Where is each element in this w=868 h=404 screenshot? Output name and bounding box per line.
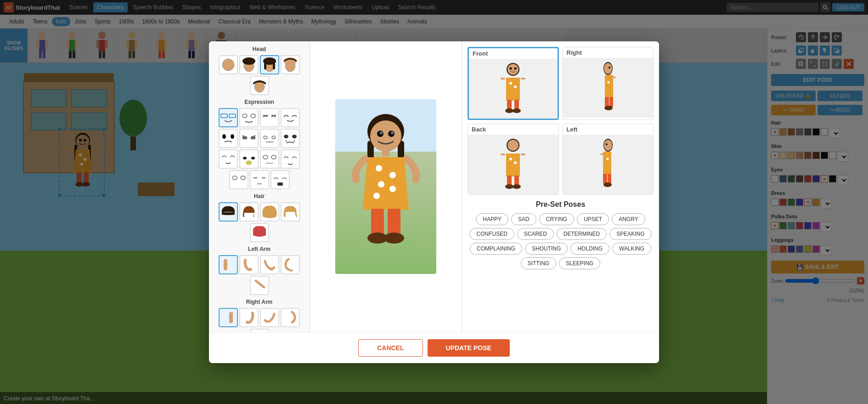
pose-view-right-img <box>563 58 654 118</box>
svg-rect-121 <box>224 259 227 270</box>
svg-rect-99 <box>242 137 247 139</box>
svg-rect-122 <box>229 312 233 323</box>
pose-sad[interactable]: SAD <box>511 213 536 225</box>
svg-rect-191 <box>600 154 604 155</box>
pose-speaking[interactable]: SPEAKING <box>609 228 651 240</box>
larm-opt-4[interactable] <box>281 255 300 274</box>
larm-opt-2[interactable] <box>239 255 259 274</box>
svg-point-152 <box>384 233 404 244</box>
pose-view-right[interactable]: Right <box>563 47 654 120</box>
expr-opt-5[interactable] <box>219 129 238 148</box>
head-opt-3[interactable] <box>260 55 279 74</box>
pose-determined[interactable]: DETERMINED <box>557 228 607 240</box>
larm-opt-3[interactable] <box>260 255 279 274</box>
pose-angry[interactable]: ANGRY <box>612 213 645 225</box>
pose-happy[interactable]: HAPPY <box>476 213 508 225</box>
rarm-opt-1[interactable] <box>219 308 238 327</box>
expr-opt-2[interactable] <box>239 108 259 127</box>
preview-character-svg <box>340 108 432 274</box>
svg-point-170 <box>607 81 609 83</box>
hair-opt-2[interactable] <box>239 202 259 222</box>
expr-opt-1[interactable] <box>219 108 238 127</box>
svg-point-112 <box>271 155 276 159</box>
svg-rect-100 <box>251 137 255 139</box>
svg-point-114 <box>232 176 237 180</box>
expr-opt-10[interactable] <box>239 149 259 169</box>
head-opt-5[interactable] <box>250 76 269 95</box>
svg-point-194 <box>603 182 612 187</box>
expression-options <box>214 108 305 189</box>
hair-opt-1[interactable] <box>219 202 238 222</box>
svg-point-108 <box>243 157 247 159</box>
larm-opt-1[interactable] <box>219 255 238 274</box>
rarm-opt-4[interactable] <box>281 308 300 327</box>
hair-section: Hair <box>214 193 305 242</box>
head-opt-2[interactable] <box>239 55 259 74</box>
pose-sitting[interactable]: SITTING <box>521 257 556 269</box>
svg-point-111 <box>263 155 268 159</box>
pose-view-front[interactable]: Front <box>468 47 559 120</box>
pose-view-left-img <box>563 135 654 194</box>
svg-point-159 <box>514 85 517 88</box>
svg-point-176 <box>507 140 519 151</box>
pose-scared[interactable]: SCARED <box>517 228 554 240</box>
pose-complaining[interactable]: COMPLAINING <box>470 243 522 255</box>
pose-sleeping[interactable]: SLEEPING <box>559 257 600 269</box>
svg-point-156 <box>514 67 517 69</box>
left-arm-options <box>214 255 305 295</box>
rarm-opt-3[interactable] <box>260 308 279 327</box>
modal-body: Head <box>209 41 659 332</box>
svg-point-185 <box>513 184 521 189</box>
svg-point-89 <box>242 114 247 118</box>
pose-confused[interactable]: CONFUSED <box>469 228 514 240</box>
modal-overlay[interactable]: Head <box>0 0 868 404</box>
svg-point-110 <box>246 161 252 165</box>
svg-point-107 <box>293 140 295 142</box>
expr-opt-11[interactable] <box>260 149 279 169</box>
pose-view-left[interactable]: Left <box>563 124 654 195</box>
hair-opt-3[interactable] <box>260 202 279 222</box>
svg-rect-143 <box>382 149 389 156</box>
expr-opt-13[interactable] <box>229 170 248 189</box>
head-options <box>214 55 305 95</box>
update-pose-button[interactable]: UPDATE POSE <box>428 339 510 357</box>
expr-opt-14[interactable] <box>250 170 269 189</box>
rarm-opt-5[interactable] <box>250 329 269 332</box>
svg-point-155 <box>510 67 512 69</box>
pose-holding[interactable]: HOLDING <box>570 243 609 255</box>
svg-rect-88 <box>229 114 236 118</box>
expr-opt-8[interactable] <box>281 129 300 148</box>
pose-view-left-label: Left <box>563 124 654 135</box>
cancel-button[interactable]: CANCEL <box>358 339 423 357</box>
pose-view-back-img <box>468 135 558 194</box>
svg-rect-163 <box>514 100 519 110</box>
svg-point-187 <box>604 140 612 151</box>
svg-point-168 <box>609 67 610 68</box>
preset-poses-title: Pre-Set Poses <box>468 200 654 209</box>
hair-options <box>214 202 305 242</box>
pose-crying[interactable]: CRYING <box>539 213 574 225</box>
svg-point-109 <box>251 157 255 159</box>
hair-opt-4[interactable] <box>281 202 300 222</box>
svg-rect-192 <box>603 174 607 184</box>
svg-point-105 <box>292 135 297 138</box>
expr-opt-15[interactable] <box>271 170 290 189</box>
hair-opt-5[interactable] <box>250 223 269 242</box>
expr-opt-9[interactable] <box>219 149 238 169</box>
expr-opt-4[interactable] <box>281 108 300 127</box>
pose-upset[interactable]: UPSET <box>577 213 609 225</box>
expr-opt-6[interactable] <box>239 129 259 148</box>
pose-view-back[interactable]: Back <box>468 124 559 195</box>
head-opt-1[interactable] <box>219 55 238 74</box>
expr-opt-7[interactable] <box>260 129 279 148</box>
expr-opt-12[interactable] <box>281 149 300 169</box>
svg-rect-169 <box>605 75 613 98</box>
pose-walking[interactable]: WALKING <box>612 243 651 255</box>
hair-section-title: Hair <box>214 193 305 199</box>
head-opt-4[interactable] <box>281 55 300 74</box>
pose-shouting[interactable]: SHOUTING <box>525 243 568 255</box>
rarm-opt-2[interactable] <box>239 308 259 327</box>
right-arm-options <box>214 308 305 332</box>
expr-opt-3[interactable] <box>260 108 279 127</box>
larm-opt-5[interactable] <box>250 276 269 295</box>
